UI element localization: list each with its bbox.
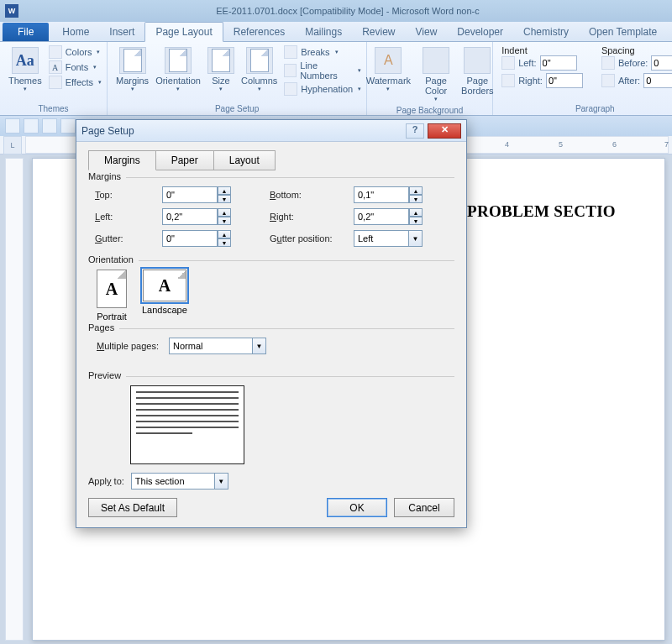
breaks-button[interactable]: Breaks▾ [284,45,361,59]
line-numbers-icon [284,64,297,77]
section-orientation: Orientation [88,254,139,264]
label-right: Right: [270,212,354,222]
page-borders-icon [464,47,491,74]
section-pages: Pages [88,322,119,332]
label-gutter: Gutter: [95,233,162,243]
section-margins: Margins [88,171,126,181]
tab-view[interactable]: View [406,23,448,41]
file-tab[interactable]: File [3,23,49,41]
dialog-tab-margins[interactable]: Margins [88,150,156,170]
tab-page-layout[interactable]: Page Layout [144,22,223,42]
themes-icon: Aa [12,47,39,74]
cancel-button[interactable]: Cancel [394,498,454,517]
effects-button[interactable]: Effects▾ [49,76,102,89]
spacing-after-input[interactable] [643,73,672,88]
margins-icon [119,47,146,74]
columns-icon [246,47,273,74]
spin-down[interactable]: ▼ [409,217,423,225]
indent-left-row: Left: [501,55,583,71]
indent-left-input[interactable] [540,55,577,71]
input-bottom[interactable] [354,186,409,203]
label-left: Left: [95,212,162,222]
qat-btn-1[interactable] [5,118,20,134]
orientation-portrait[interactable]: A Portrait [97,270,127,322]
group-label-themes: Themes [38,102,68,113]
tab-chemistry[interactable]: Chemistry [513,23,579,41]
spacing-after-icon [601,74,615,87]
input-multiple-pages[interactable] [169,338,253,354]
hyphenation-button[interactable]: Hyphenation▾ [284,82,361,96]
ruler-corner[interactable]: L [3,136,22,154]
colors-icon [49,45,62,59]
dialog-help-button[interactable]: ? [406,123,424,139]
preview-box [130,385,244,464]
input-top[interactable] [162,186,218,203]
page-color-button[interactable]: Page Color▾ [419,45,453,104]
tab-home[interactable]: Home [52,23,99,41]
qat-btn-3[interactable] [42,118,57,134]
fonts-icon: A [49,60,62,74]
columns-button[interactable]: Columns▾ [238,45,281,94]
ribbon-tabs: File Home Insert Page Layout References … [0,22,672,42]
qat-btn-2[interactable] [24,118,39,134]
spacing-after-row: After: [601,73,672,88]
gutter-pos-dropdown[interactable]: ▼ [409,230,423,247]
orientation-button[interactable]: Orientation▾ [152,45,204,94]
line-numbers-button[interactable]: Line Numbers▾ [284,60,361,81]
spin-down[interactable]: ▼ [218,217,231,225]
tab-references[interactable]: References [223,23,295,41]
spin-down[interactable]: ▼ [409,195,423,203]
qat-btn-4[interactable] [60,118,76,134]
tab-developer[interactable]: Developer [447,23,513,41]
label-top: Top: [95,190,162,200]
spin-up[interactable]: ▲ [218,230,231,238]
multiple-pages-dropdown[interactable]: ▼ [253,338,266,354]
spin-up[interactable]: ▲ [409,208,423,217]
group-page-background: AWatermark▾ Page Color▾ Page Borders Pag… [367,42,493,115]
input-gutter-pos[interactable] [354,230,409,247]
colors-button[interactable]: Colors▾ [49,45,102,59]
dialog-close-button[interactable]: ✕ [428,123,461,139]
effects-icon [49,76,62,89]
margins-button[interactable]: Margins▾ [113,45,152,94]
fonts-button[interactable]: AFonts▾ [49,60,102,74]
spin-up[interactable]: ▲ [409,186,423,195]
dialog-titlebar[interactable]: Page Setup ? ✕ [76,120,466,142]
spin-down[interactable]: ▼ [218,238,231,247]
indent-right-input[interactable] [546,73,583,88]
spacing-before-input[interactable] [651,55,672,71]
indent-heading: Indent [501,45,583,55]
hyphenation-icon [284,82,297,96]
ok-button[interactable]: OK [327,498,387,517]
orientation-landscape[interactable]: A Landscape [142,270,187,322]
spacing-heading: Spacing [601,45,672,55]
indent-right-icon [501,74,515,87]
watermark-button[interactable]: AWatermark▾ [363,45,414,104]
spacing-before-icon [601,56,615,70]
tab-review[interactable]: Review [352,23,405,41]
spin-up[interactable]: ▲ [218,208,231,217]
input-left[interactable] [162,208,218,225]
page-borders-button[interactable]: Page Borders [458,45,497,104]
spin-up[interactable]: ▲ [218,186,231,195]
input-gutter[interactable] [162,230,218,247]
apply-to-dropdown[interactable]: ▼ [215,473,228,490]
indent-right-row: Right: [501,73,583,88]
input-apply-to[interactable] [131,473,215,490]
vertical-ruler[interactable] [5,158,24,641]
dialog-tab-paper[interactable]: Paper [155,150,214,170]
set-default-button[interactable]: Set As Default [88,498,177,517]
group-label-page-setup: Page Setup [215,102,259,113]
tab-insert[interactable]: Insert [99,23,144,41]
size-button[interactable]: Size▾ [204,45,238,94]
tab-open-template[interactable]: Open Template [579,23,667,41]
breaks-icon [284,45,297,59]
spin-down[interactable]: ▼ [218,195,231,203]
input-right[interactable] [354,208,409,225]
page-color-icon [423,47,449,74]
tab-mailings[interactable]: Mailings [295,23,352,41]
dialog-tab-layout[interactable]: Layout [213,150,276,170]
label-bottom: Bottom: [270,190,354,200]
label-multiple-pages: Multiple pages: [97,341,159,351]
themes-button[interactable]: Aa Themes▾ [5,45,45,94]
